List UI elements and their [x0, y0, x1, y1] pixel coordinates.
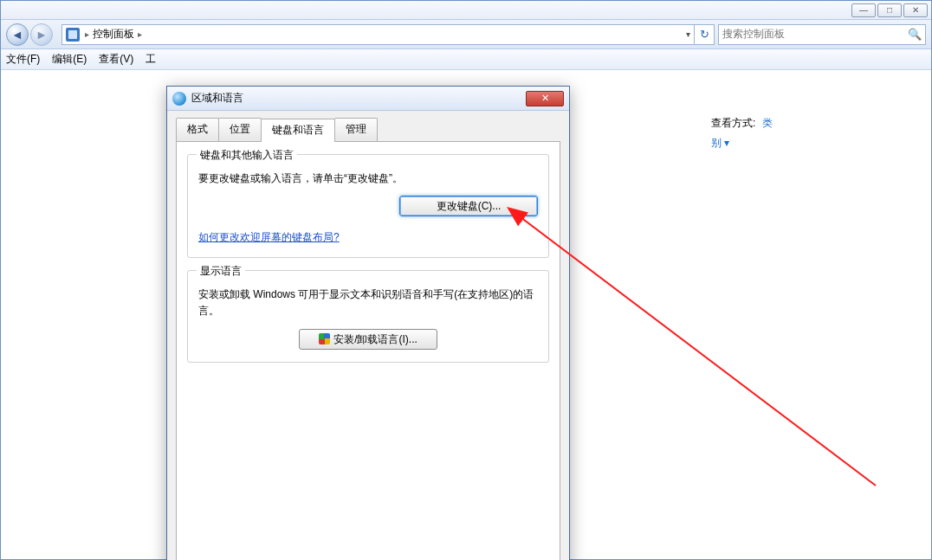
- tab-format[interactable]: 格式: [176, 118, 219, 141]
- viewmode-label: 查看方式:: [711, 117, 755, 129]
- install-uninstall-languages-button[interactable]: 安装/卸载语言(I)...: [299, 329, 437, 350]
- menu-tool[interactable]: 工: [146, 52, 156, 67]
- menu-file[interactable]: 文件(F): [6, 52, 40, 67]
- menu-view[interactable]: 查看(V): [99, 52, 133, 67]
- tab-pane: 键盘和其他输入语言 要更改键盘或输入语言，请单击“更改键盘”。 更改键盘(C).…: [176, 142, 560, 560]
- tab-admin[interactable]: 管理: [334, 118, 378, 141]
- back-button[interactable]: ◄: [6, 23, 29, 46]
- dialog-titlebar: 区域和语言 ✕: [167, 87, 569, 111]
- dialog-close-button[interactable]: ✕: [526, 91, 564, 106]
- tab-keyboards-languages[interactable]: 键盘和语言: [261, 119, 335, 142]
- welcome-layout-link[interactable]: 如何更改欢迎屏幕的键盘布局?: [198, 231, 340, 243]
- tab-strip: 格式 位置 键盘和语言 管理: [176, 118, 560, 142]
- maximize-button[interactable]: □: [877, 3, 902, 17]
- control-panel-icon: [66, 28, 80, 42]
- viewmode: 查看方式: 类别 ▾: [711, 113, 780, 153]
- refresh-button[interactable]: ↻: [694, 24, 715, 45]
- button-label: 安装/卸载语言(I)...: [333, 333, 417, 345]
- search-input[interactable]: 搜索控制面板 🔍: [718, 24, 926, 45]
- menu-bar: 文件(F) 编辑(E) 查看(V) 工: [1, 49, 931, 70]
- tab-location[interactable]: 位置: [218, 118, 262, 141]
- breadcrumb-sep: ▸: [138, 29, 142, 39]
- address-navbar: ◄ ► ▸ 控制面板 ▸ ▾ ↻ 搜索控制面板 🔍: [1, 20, 931, 49]
- display-language-group: 显示语言 安装或卸载 Windows 可用于显示文本和识别语音和手写(在支持地区…: [187, 270, 549, 362]
- minimize-button[interactable]: —: [851, 3, 876, 17]
- search-icon: 🔍: [908, 28, 922, 41]
- search-placeholder: 搜索控制面板: [722, 27, 785, 42]
- group-legend: 显示语言: [197, 264, 245, 279]
- dropdown-icon[interactable]: ▾: [686, 29, 690, 39]
- close-button[interactable]: ✕: [903, 3, 928, 17]
- group-text: 要更改键盘或输入语言，请单击“更改键盘”。: [198, 171, 538, 187]
- change-keyboards-button[interactable]: 更改键盘(C)...: [399, 196, 538, 216]
- breadcrumb-sep: ▸: [85, 29, 89, 39]
- menu-edit[interactable]: 编辑(E): [52, 52, 87, 67]
- window-titlebar: — □ ✕: [1, 1, 931, 20]
- globe-icon: [172, 92, 186, 106]
- address-bar[interactable]: ▸ 控制面板 ▸ ▾: [61, 24, 695, 45]
- keyboard-group: 键盘和其他输入语言 要更改键盘或输入语言，请单击“更改键盘”。 更改键盘(C).…: [187, 154, 549, 258]
- breadcrumb-item[interactable]: 控制面板: [93, 27, 134, 42]
- forward-button[interactable]: ►: [30, 23, 53, 46]
- dialog-title: 区域和语言: [191, 91, 526, 106]
- shield-icon: [319, 333, 330, 344]
- group-text: 安装或卸载 Windows 可用于显示文本和识别语音和手写(在支持地区)的语言。: [198, 286, 538, 319]
- region-language-dialog: 区域和语言 ✕ 格式 位置 键盘和语言 管理 键盘和其他输入语言 要更改键盘或输…: [166, 86, 570, 560]
- group-legend: 键盘和其他输入语言: [197, 148, 297, 163]
